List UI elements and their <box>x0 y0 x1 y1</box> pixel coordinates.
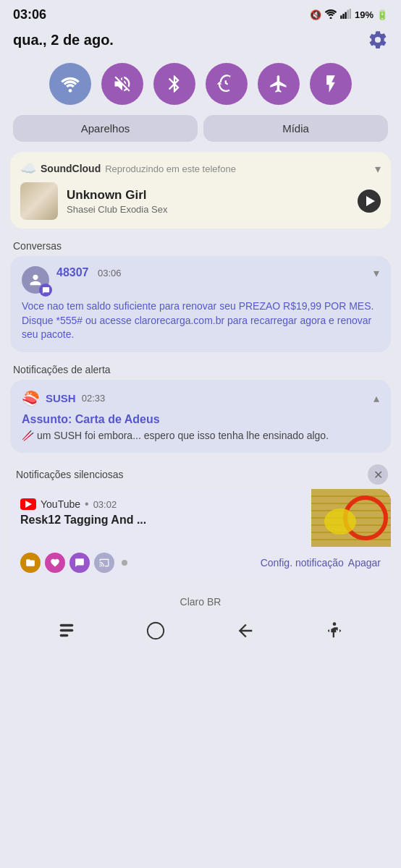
soundcloud-card: ☁️ SoundCloud Reproduzindo em este telef… <box>10 152 391 229</box>
soundcloud-logo-icon: ☁️ <box>20 161 36 176</box>
silenciosas-close-button[interactable]: ✕ <box>368 464 388 485</box>
yt-bottom-icons: Config. notificação Apagar <box>10 547 391 579</box>
carrier-row: Claro BR <box>0 590 401 612</box>
alertas-section-label: Notificações de alerta <box>10 359 391 380</box>
conv-body: Voce nao tem saldo suficiente para renov… <box>22 299 379 342</box>
tab-midia[interactable]: Mídia <box>203 115 388 142</box>
status-icons: 🔇 19% 🔋 <box>310 9 388 21</box>
svg-rect-4 <box>347 10 349 19</box>
svg-point-17 <box>324 509 356 535</box>
mute-status-icon: 🔇 <box>310 9 321 20</box>
conv-header: 48307 03:06 ▾ <box>22 266 379 294</box>
conv-left: 48307 03:06 <box>22 266 122 294</box>
quick-toggles <box>0 57 401 115</box>
yt-info: YouTube • 03:02 Resk12 Tagging And ... <box>10 489 311 547</box>
svg-point-6 <box>69 89 72 93</box>
heart-icon[interactable] <box>45 553 65 573</box>
svg-rect-5 <box>350 9 351 19</box>
tab-aparelhos[interactable]: Aparelhos <box>13 115 198 142</box>
yt-header: YouTube • 03:02 <box>20 498 301 511</box>
youtube-card: YouTube • 03:02 Resk12 Tagging And ... <box>10 489 391 579</box>
back-button[interactable] <box>235 621 256 641</box>
alerta-body: 🥢 um SUSH foi embora... espero que isso … <box>22 429 379 443</box>
signal-status-icon <box>340 9 352 21</box>
yt-time: 03:02 <box>93 499 117 510</box>
soundcloud-song-title: Unknown Girl <box>67 188 349 203</box>
conv-avatar <box>22 266 49 294</box>
date-text: qua., 2 de ago. <box>13 32 114 48</box>
conv-meta: 48307 03:06 <box>56 266 122 279</box>
yt-app-name: YouTube <box>41 498 80 510</box>
youtube-logo-icon <box>20 498 36 510</box>
bottom-nav <box>0 612 401 652</box>
silenciosas-section-label: Notificações silenciosas <box>13 464 127 485</box>
svg-point-22 <box>333 623 337 626</box>
soundcloud-play-button[interactable] <box>358 190 381 213</box>
svg-rect-19 <box>59 629 73 632</box>
media-tabs: Aparelhos Mídia <box>0 115 401 152</box>
soundcloud-expand-icon[interactable]: ▾ <box>375 162 381 176</box>
wifi-toggle[interactable] <box>49 63 91 105</box>
chat-bubble-icon[interactable] <box>69 553 90 573</box>
alerta-app-name: SUSH <box>46 392 76 404</box>
yt-thumbnail <box>311 489 391 547</box>
soundcloud-section: ☁️ SoundCloud Reproduzindo em este telef… <box>0 152 401 590</box>
accessibility-button[interactable] <box>324 621 345 641</box>
conversas-card: 48307 03:06 ▾ Voce nao tem saldo suficie… <box>10 256 391 352</box>
flashlight-toggle[interactable] <box>310 63 352 105</box>
soundcloud-artist: Shasei Club Exodia Sex <box>67 204 349 215</box>
alerta-time: 02:33 <box>82 393 106 404</box>
home-button[interactable] <box>145 621 166 641</box>
svg-rect-1 <box>340 15 342 19</box>
svg-rect-18 <box>59 624 73 627</box>
soundcloud-header: ☁️ SoundCloud Reproduzindo em este telef… <box>20 161 381 176</box>
conv-time: 03:06 <box>98 268 122 278</box>
battery-icon: 🔋 <box>376 9 388 20</box>
soundcloud-app-name: SoundCloud <box>41 163 101 174</box>
svg-rect-2 <box>342 14 344 19</box>
soundcloud-body: Unknown Girl Shasei Club Exodia Sex <box>20 182 381 220</box>
soundcloud-title-row: ☁️ SoundCloud Reproduzindo em este telef… <box>20 161 236 176</box>
mute-toggle[interactable] <box>101 63 143 105</box>
wifi-status-icon <box>324 9 337 21</box>
yt-title: Resk12 Tagging And ... <box>20 514 301 527</box>
alerta-header: 🍣 SUSH 02:33 ▴ <box>22 390 379 407</box>
soundcloud-subtitle: Reproduzindo em este telefone <box>105 163 236 174</box>
carrier-name: Claro BR <box>180 596 221 608</box>
conversas-expand-icon[interactable]: ▾ <box>373 266 379 280</box>
soundcloud-thumbnail <box>20 182 58 220</box>
sush-emoji-icon: 🍣 <box>22 390 40 407</box>
conv-sender: 48307 <box>56 266 89 278</box>
alerta-card: 🍣 SUSH 02:33 ▴ Assunto: Carta de Adeus 🥢… <box>10 380 391 454</box>
folder-icon[interactable] <box>20 553 41 573</box>
soundcloud-info: Unknown Girl Shasei Club Exodia Sex <box>67 188 349 215</box>
battery-status: 19% <box>355 9 373 20</box>
rotation-toggle[interactable] <box>206 63 248 105</box>
dot-indicator <box>122 560 127 566</box>
alerta-left: 🍣 SUSH 02:33 <box>22 390 105 407</box>
config-notification-button[interactable]: Config. notificação <box>261 557 344 569</box>
delete-notification-button[interactable]: Apagar <box>348 557 381 569</box>
conversas-section-label: Conversas <box>10 236 391 256</box>
recent-apps-button[interactable] <box>56 621 77 641</box>
alerta-collapse-icon[interactable]: ▴ <box>373 391 379 405</box>
bluetooth-toggle[interactable] <box>153 63 195 105</box>
silenciosas-header-row: Notificações silenciosas ✕ <box>10 460 391 489</box>
status-bar: 03:06 🔇 19% 🔋 <box>0 0 401 27</box>
settings-icon[interactable] <box>368 30 388 50</box>
yt-top: YouTube • 03:02 Resk12 Tagging And ... <box>10 489 391 547</box>
alerta-subject: Assunto: Carta de Adeus <box>22 413 379 426</box>
date-row: qua., 2 de ago. <box>0 27 401 57</box>
airplane-toggle[interactable] <box>258 63 300 105</box>
svg-rect-3 <box>345 12 346 19</box>
svg-point-21 <box>148 623 164 639</box>
cast-icon[interactable] <box>94 553 114 573</box>
conv-badge-icon <box>39 284 52 297</box>
svg-rect-20 <box>59 634 68 637</box>
svg-point-0 <box>329 17 332 20</box>
status-time: 03:06 <box>13 7 46 22</box>
